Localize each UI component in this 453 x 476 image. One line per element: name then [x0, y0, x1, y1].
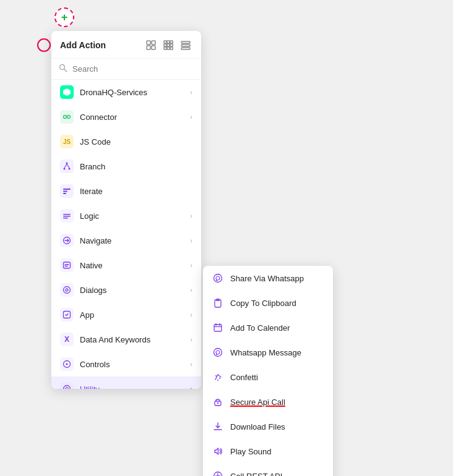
dropdown-header: Add Action	[51, 31, 201, 59]
logic-icon	[60, 209, 74, 223]
whatsapp-icon	[212, 272, 224, 284]
menu-item-iterate[interactable]: Iterate	[51, 179, 201, 203]
menu-item-controls[interactable]: Controls ›	[51, 352, 201, 376]
search-input[interactable]	[72, 64, 194, 74]
sub-item-callrest[interactable]: Call REST API	[203, 464, 333, 476]
sub-item-calendar[interactable]: Add To Calender	[203, 315, 333, 340]
svg-line-24	[64, 164, 67, 168]
app-icon	[60, 308, 74, 321]
logic-label: Logic	[80, 211, 184, 221]
svg-rect-12	[170, 47, 173, 49]
menu-item-dronhq[interactable]: DronaHQ-Services ›	[51, 80, 201, 104]
svg-rect-5	[167, 41, 170, 43]
menu-items-list: DronaHQ-Services › Connector › JS JS Cod…	[51, 80, 201, 389]
svg-point-54	[217, 402, 218, 404]
menu-item-logic[interactable]: Logic ›	[51, 203, 201, 228]
svg-point-21	[66, 163, 68, 164]
download-label: Download Files	[230, 422, 285, 431]
svg-rect-27	[63, 191, 67, 192]
svg-line-49	[218, 375, 221, 377]
calendar-label: Add To Calender	[230, 323, 290, 333]
svg-rect-33	[64, 262, 71, 268]
chevron-right-icon: ›	[190, 261, 192, 269]
menu-item-connector[interactable]: Connector ›	[51, 104, 201, 129]
clipboard-label: Copy To Clipboard	[230, 299, 296, 308]
chevron-right-icon: ›	[190, 286, 192, 294]
svg-point-51	[219, 378, 220, 379]
menu-item-jscode[interactable]: JS JS Code	[51, 129, 201, 154]
whatsapp-label: Share Via Whatsapp	[230, 274, 304, 283]
menu-item-utility[interactable]: Utility ›	[51, 376, 201, 389]
menu-item-branch[interactable]: Branch	[51, 154, 201, 179]
svg-rect-9	[170, 44, 173, 46]
svg-rect-2	[147, 46, 150, 49]
svg-point-52	[217, 380, 218, 381]
svg-rect-13	[181, 41, 190, 43]
grid-icon[interactable]	[144, 38, 158, 52]
iterate-label: Iterate	[80, 187, 192, 196]
sub-item-whatsapp[interactable]: Share Via Whatsapp	[203, 266, 333, 291]
chevron-right-icon: ›	[190, 336, 192, 343]
menu-item-native[interactable]: Native ›	[51, 253, 201, 278]
add-action-dropdown: Add Action	[51, 31, 201, 389]
navigate-label: Navigate	[80, 236, 184, 245]
callrest-icon	[212, 470, 224, 476]
menu-item-app[interactable]: App ›	[51, 302, 201, 327]
secureapi-icon	[212, 396, 224, 408]
grid2-icon[interactable]	[162, 38, 175, 52]
sub-item-secureapi[interactable]: Secure Api Call	[203, 389, 333, 414]
svg-point-19	[67, 116, 71, 119]
dronhq-icon	[60, 85, 74, 99]
branch-label: Branch	[80, 162, 192, 171]
dronhq-label: DronaHQ-Services	[80, 88, 184, 97]
svg-rect-28	[63, 193, 66, 194]
clipboard-icon	[212, 297, 224, 309]
connector-circle	[37, 38, 51, 52]
download-icon	[212, 420, 224, 433]
jscode-icon: JS	[60, 135, 74, 148]
connector-label: Connector	[80, 113, 184, 122]
svg-point-47	[214, 349, 222, 357]
list-icon[interactable]	[179, 38, 192, 52]
menu-item-datakeywords[interactable]: X Data And Keywords ›	[51, 327, 201, 352]
sub-item-wmessage[interactable]: Whatsapp Message	[203, 340, 333, 365]
svg-rect-3	[152, 46, 155, 49]
branch-icon	[60, 159, 74, 173]
menu-item-dialogs[interactable]: Dialogs ›	[51, 278, 201, 302]
search-box	[51, 59, 201, 80]
chevron-right-icon: ›	[190, 88, 192, 96]
confetti-label: Confetti	[230, 373, 258, 382]
sub-item-clipboard[interactable]: Copy To Clipboard	[203, 291, 333, 315]
svg-point-18	[64, 116, 67, 119]
confetti-icon	[212, 371, 224, 383]
app-label: App	[80, 310, 184, 320]
sub-item-confetti[interactable]: Confetti	[203, 365, 333, 389]
svg-rect-6	[170, 41, 173, 43]
native-icon	[60, 258, 74, 272]
utility-submenu: Share Via Whatsapp Copy To Clipboard Add…	[203, 266, 333, 476]
svg-point-22	[64, 168, 66, 170]
svg-rect-11	[167, 47, 170, 49]
secureapi-label: Secure Api Call	[230, 397, 285, 407]
calendar-icon	[212, 321, 224, 334]
chevron-right-icon: ›	[190, 212, 192, 219]
dialogs-icon	[60, 283, 74, 297]
menu-item-navigate[interactable]: Navigate ›	[51, 228, 201, 253]
svg-line-25	[67, 164, 69, 168]
chevron-right-icon: ›	[190, 237, 192, 244]
svg-point-35	[66, 289, 68, 291]
callrest-label: Call REST API	[230, 472, 282, 477]
datakeywords-icon: X	[60, 333, 74, 346]
sub-item-playsound[interactable]: Play Sound	[203, 439, 333, 464]
svg-rect-0	[147, 41, 150, 45]
header-icons	[144, 38, 192, 52]
sub-item-download[interactable]: Download Files	[203, 414, 333, 439]
svg-point-40	[214, 274, 222, 283]
native-label: Native	[80, 261, 184, 270]
chevron-right-icon: ›	[190, 360, 192, 368]
svg-rect-29	[63, 214, 71, 215]
svg-rect-30	[63, 216, 71, 217]
add-action-button[interactable]: +	[54, 7, 74, 27]
dialogs-label: Dialogs	[80, 286, 184, 295]
datakeywords-label: Data And Keywords	[80, 335, 184, 344]
